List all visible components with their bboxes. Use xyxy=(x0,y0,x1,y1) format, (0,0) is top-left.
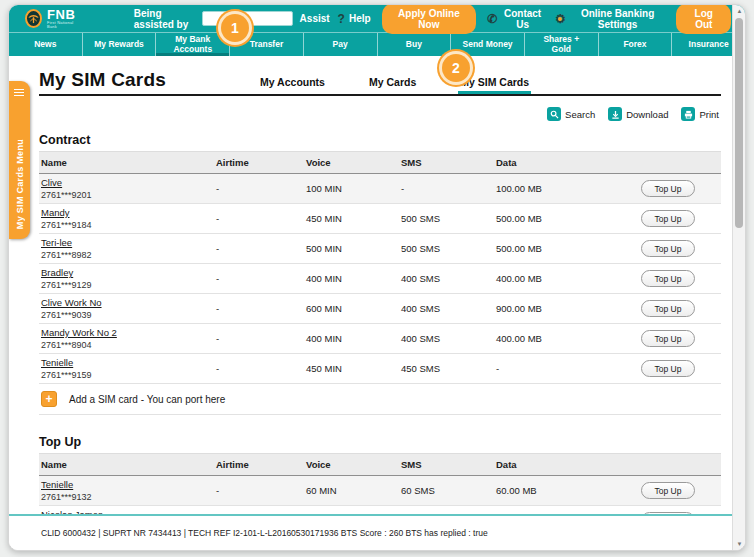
top-bar-right: ? Help Apply Online Now ✆ Contact Us ⚙ O… xyxy=(338,4,731,34)
nav-item-label: Buy xyxy=(406,40,422,49)
nav-item-label: Insurance xyxy=(689,40,729,49)
data-cell: 500.00 MB xyxy=(496,243,641,254)
annotation-callout-1: 1 xyxy=(221,14,249,42)
airtime-cell: - xyxy=(216,273,306,284)
nav-item-label: My Rewards xyxy=(94,40,144,49)
sim-cards-menu-tab[interactable]: My SIM Cards Menu xyxy=(9,81,30,239)
add-sim-label[interactable]: Add a SIM card - You can port here xyxy=(69,394,225,405)
main-nav: NewsMy RewardsMy Bank AccountsTransferPa… xyxy=(9,32,745,56)
sim-name-link[interactable]: Tenielle xyxy=(41,357,73,368)
column-header-voice: Voice xyxy=(306,459,401,470)
voice-cell: 100 MIN xyxy=(306,183,401,194)
airtime-cell: - xyxy=(216,183,306,194)
sms-cell: 400 SMS xyxy=(401,303,496,314)
scroll-down-arrow[interactable]: ▼ xyxy=(733,538,746,550)
page-content: My SIM Cards My AccountsMy CardsMy SIM C… xyxy=(9,56,745,551)
top-up-button[interactable]: Top Up xyxy=(641,482,695,499)
sim-name-link[interactable]: Teri-lee xyxy=(41,237,72,248)
data-cell: 900.00 MB xyxy=(496,303,641,314)
add-sim-icon[interactable]: + xyxy=(41,391,57,407)
nav-item-label: My Bank Accounts xyxy=(167,35,219,54)
sim-name-link[interactable]: Clive Work No xyxy=(41,297,102,308)
help-button[interactable]: ? Help xyxy=(338,13,371,25)
apply-online-now-button[interactable]: Apply Online Now xyxy=(382,4,477,34)
action-cell: Top Up xyxy=(641,360,721,377)
sim-number: 2761***9132 xyxy=(41,492,216,502)
contract-table: NameAirtimeVoiceSMSDataClive2761***9201-… xyxy=(39,152,721,384)
nav-item-send-money[interactable]: Send Money xyxy=(450,33,524,56)
sms-cell: 500 SMS xyxy=(401,243,496,254)
online-banking-settings-button[interactable]: ⚙ Online Banking Settings xyxy=(555,8,666,30)
menu-grip-icon xyxy=(14,87,24,98)
column-header-airtime: Airtime xyxy=(216,459,306,470)
action-cell: Top Up xyxy=(641,240,721,257)
sim-number: 2761***8904 xyxy=(41,340,216,350)
scrollbar-thumb[interactable] xyxy=(735,18,743,228)
column-header-name: Name xyxy=(41,157,216,168)
data-cell: - xyxy=(496,363,641,374)
top-up-button[interactable]: Top Up xyxy=(641,300,695,317)
top-up-button[interactable]: Top Up xyxy=(641,330,695,347)
column-header-airtime: Airtime xyxy=(216,157,306,168)
table-header-row: NameAirtimeVoiceSMSData xyxy=(39,152,721,174)
tab-my-sim-cards[interactable]: My SIM Cards xyxy=(458,76,531,91)
sms-cell: - xyxy=(401,183,496,194)
sim-name-link[interactable]: Clive xyxy=(41,177,62,188)
sim-name-link[interactable]: Bradley xyxy=(41,267,73,278)
nav-item-my-rewards[interactable]: My Rewards xyxy=(82,33,156,56)
assisted-by-label: Being assisted by xyxy=(134,8,195,30)
contact-us-button[interactable]: ✆ Contact Us xyxy=(487,8,544,30)
sms-cell: 400 SMS xyxy=(401,333,496,344)
top-up-button[interactable]: Top Up xyxy=(641,180,695,197)
vertical-scrollbar[interactable]: ▲ ▼ xyxy=(732,5,745,550)
nav-item-label: Forex xyxy=(623,40,646,49)
top-up-button[interactable]: Top Up xyxy=(641,270,695,287)
tab-my-accounts[interactable]: My Accounts xyxy=(258,76,327,91)
column-header-sms: SMS xyxy=(401,459,496,470)
table-row: Bradley2761***9129-400 MIN400 SMS400.00 … xyxy=(39,264,721,294)
nav-item-buy[interactable]: Buy xyxy=(377,33,451,56)
scroll-up-arrow[interactable]: ▲ xyxy=(733,5,746,17)
nav-item-label: Pay xyxy=(333,40,348,49)
airtime-cell: - xyxy=(216,213,306,224)
name-cell: Mandy Work No 22761***8904 xyxy=(41,327,216,350)
nav-item-forex[interactable]: Forex xyxy=(598,33,672,56)
search-button[interactable]: Search xyxy=(547,107,595,121)
sms-cell: 60 SMS xyxy=(401,485,496,496)
action-cell: Top Up xyxy=(641,482,721,499)
sms-cell: 500 SMS xyxy=(401,213,496,224)
voice-cell: 400 MIN xyxy=(306,333,401,344)
search-icon xyxy=(547,107,561,121)
sim-name-link[interactable]: Mandy Work No 2 xyxy=(41,327,117,338)
assist-button[interactable]: Assist xyxy=(300,13,330,24)
topup-heading: Top Up xyxy=(39,435,721,449)
top-up-button[interactable]: Top Up xyxy=(641,360,695,377)
nav-item-my-bank-accounts[interactable]: My Bank Accounts xyxy=(155,33,229,56)
nav-item-pay[interactable]: Pay xyxy=(303,33,377,56)
action-cell: Top Up xyxy=(641,210,721,227)
download-button[interactable]: Download xyxy=(608,107,668,121)
top-up-button[interactable]: Top Up xyxy=(641,240,695,257)
airtime-cell: - xyxy=(216,243,306,254)
print-icon xyxy=(681,107,695,121)
fnb-logo: FNB First National Bank xyxy=(25,8,80,29)
airtime-cell: - xyxy=(216,303,306,314)
add-sim-row: + Add a SIM card - You can port here xyxy=(39,384,721,415)
sim-name-link[interactable]: Mandy xyxy=(41,207,70,218)
log-out-button[interactable]: Log Out xyxy=(676,4,731,34)
print-button[interactable]: Print xyxy=(681,107,719,121)
sim-number: 2761***9201 xyxy=(41,190,216,200)
table-row: Clive2761***9201-100 MIN-100.00 MBTop Up xyxy=(39,174,721,204)
page-head: My SIM Cards My AccountsMy CardsMy SIM C… xyxy=(39,56,721,96)
voice-cell: 450 MIN xyxy=(306,363,401,374)
airtime-cell: - xyxy=(216,333,306,344)
sim-name-link[interactable]: Tenielle xyxy=(41,479,73,490)
fnb-tree-icon xyxy=(25,9,42,28)
nav-item-label: Shares + Gold xyxy=(535,35,587,54)
nav-item-shares-gold[interactable]: Shares + Gold xyxy=(524,33,598,56)
tab-my-cards[interactable]: My Cards xyxy=(367,76,418,91)
name-cell: Tenielle2761***9159 xyxy=(41,357,216,380)
contract-heading: Contract xyxy=(39,133,721,147)
top-up-button[interactable]: Top Up xyxy=(641,210,695,227)
nav-item-news[interactable]: News xyxy=(9,33,82,56)
